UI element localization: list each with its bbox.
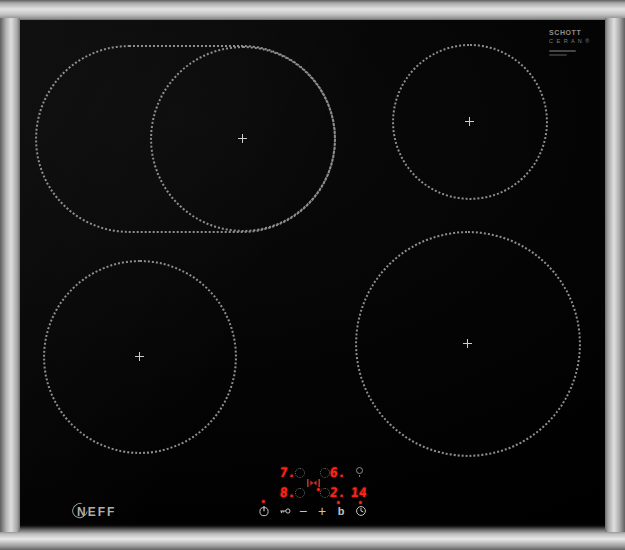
induction-hob: SCHOTT C E R A N ® NEFF 7. 6. 8. [0,0,625,550]
touch-control-panel: 7. 6. 8. 2. 14 [250,460,410,526]
zone-select-ring-front-right[interactable] [320,488,330,498]
power-standby-icon [258,505,270,517]
power-button[interactable] [258,505,270,517]
zone-select-ring-front-left[interactable] [295,488,305,498]
minus-button[interactable]: − [297,505,309,517]
level-display-rear-left: 7. [279,466,296,479]
neff-logo: NEFF [77,505,116,519]
clock-timer-icon [355,505,367,517]
plus-button[interactable]: + [316,505,328,517]
timer-display: 14 [350,486,367,499]
zone-select-ring-rear-left[interactable] [295,468,305,478]
ceran-text: C E R A N ® [549,38,590,45]
level-display-front-left: 8. [279,486,296,499]
steel-frame-left [0,18,20,532]
steel-frame-bottom [0,530,625,550]
indicator-lamp-icon [356,467,363,474]
zone-center-mark-front-right [463,339,472,348]
steel-frame-right [605,18,625,532]
timer-led-left [337,501,340,504]
zone-select-ring-rear-right[interactable] [320,468,330,478]
timer-led-right [359,501,362,504]
steel-frame-top [0,0,625,20]
key-icon [279,505,291,517]
move-pan-indicator-icon [307,479,320,487]
glass-brand-marking: SCHOTT C E R A N ® [549,29,590,58]
zone-center-mark-front-left [135,352,144,361]
clock-timer-button[interactable] [355,505,367,517]
model-fineprint [549,50,590,56]
schott-text: SCHOTT [549,29,590,38]
child-lock-button[interactable] [279,505,291,517]
power-on-led [262,500,265,503]
timer-function-button[interactable]: b [335,505,347,517]
level-display-rear-right: 6. [329,466,346,479]
level-display-front-right: 2. [329,486,346,499]
zone-center-mark-rear-left [238,134,247,143]
zone-center-mark-rear-right [465,117,474,126]
ceramic-glass-surface: SCHOTT C E R A N ® NEFF 7. 6. 8. [20,20,605,530]
